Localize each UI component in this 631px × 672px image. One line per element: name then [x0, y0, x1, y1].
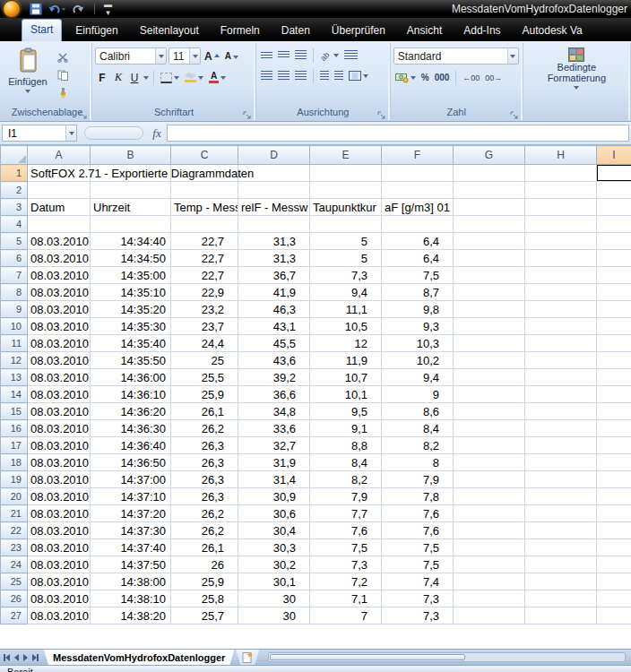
sheet-nav-prev-button[interactable]	[14, 654, 19, 661]
cell[interactable]	[525, 539, 597, 556]
decrease-decimal-button[interactable]: 00→	[483, 70, 504, 85]
cell[interactable]	[171, 182, 238, 199]
cell[interactable]	[382, 182, 454, 199]
cell[interactable]	[454, 539, 525, 556]
cell[interactable]: 7,4	[382, 573, 454, 590]
cell[interactable]: 26,3	[171, 437, 238, 454]
percent-button[interactable]: %	[419, 70, 431, 85]
cell[interactable]: 14:35:20	[91, 301, 171, 318]
font-size-select[interactable]: 11	[169, 47, 201, 65]
cell[interactable]	[597, 590, 631, 607]
increase-indent-button[interactable]	[333, 68, 345, 83]
cell[interactable]: 7,9	[382, 471, 454, 488]
cell[interactable]	[454, 199, 525, 216]
cell[interactable]	[454, 556, 525, 573]
cell[interactable]: 14:34:50	[91, 250, 171, 267]
column-header-H[interactable]: H	[525, 146, 597, 165]
cell[interactable]: 5	[310, 233, 382, 250]
cell[interactable]: 26,2	[171, 522, 238, 539]
ribbon-tab-überprüfen[interactable]: Überprüfen	[324, 21, 393, 41]
cell[interactable]: 22,7	[171, 250, 238, 267]
row-header-10[interactable]: 10	[1, 318, 28, 335]
column-header-B[interactable]: B	[91, 146, 171, 165]
ribbon-tab-start[interactable]: Start	[22, 19, 62, 41]
cell[interactable]	[525, 505, 597, 522]
cell[interactable]: 26,3	[171, 471, 238, 488]
align-center-button[interactable]	[276, 68, 291, 83]
cell[interactable]: 14:35:00	[91, 267, 171, 284]
cell[interactable]: 10,2	[382, 352, 454, 369]
cell[interactable]: 43,1	[238, 318, 310, 335]
select-all-corner[interactable]	[1, 146, 28, 165]
cell[interactable]	[238, 182, 310, 199]
cell[interactable]: 9,4	[382, 369, 454, 386]
cell[interactable]	[171, 216, 238, 233]
borders-button[interactable]	[159, 70, 181, 85]
cell[interactable]: 08.03.2010	[28, 335, 91, 352]
sheet-tab-active[interactable]: MessdatenVomHydrofoxDatenlogger	[44, 650, 234, 665]
cell[interactable]	[310, 216, 382, 233]
cell[interactable]: 30,4	[238, 522, 310, 539]
cell[interactable]	[597, 301, 631, 318]
cell[interactable]: 08.03.2010	[28, 488, 91, 505]
row-header-1[interactable]: 1	[1, 165, 28, 182]
qat-customize-button[interactable]: ▬▾	[104, 2, 112, 16]
horizontal-scrollbar-thumb[interactable]	[270, 654, 465, 660]
cell[interactable]	[525, 488, 597, 505]
cell[interactable]	[525, 369, 597, 386]
cell[interactable]	[597, 505, 631, 522]
cell[interactable]: 8,8	[310, 437, 382, 454]
cell[interactable]	[597, 284, 631, 301]
cell[interactable]: 11,1	[310, 301, 382, 318]
cell[interactable]	[525, 250, 597, 267]
cell[interactable]: 9,3	[382, 318, 454, 335]
cell[interactable]: 25,9	[171, 573, 238, 590]
font-name-select[interactable]: Calibri	[95, 47, 167, 65]
cell[interactable]	[454, 352, 525, 369]
cell[interactable]	[525, 199, 597, 216]
cell[interactable]: 8,4	[310, 454, 382, 471]
undo-button[interactable]	[48, 2, 65, 16]
cell[interactable]	[525, 556, 597, 573]
cell[interactable]: 6,4	[382, 250, 454, 267]
cell[interactable]: 14:37:40	[91, 539, 171, 556]
cell[interactable]: 08.03.2010	[28, 556, 91, 573]
cell[interactable]: 7,8	[382, 488, 454, 505]
cell[interactable]: 8,2	[310, 471, 382, 488]
cell[interactable]: 10,7	[310, 369, 382, 386]
align-right-button[interactable]	[293, 68, 308, 83]
cell[interactable]: 14:36:30	[91, 420, 171, 437]
cell[interactable]: 8,4	[382, 420, 454, 437]
cell[interactable]	[597, 318, 631, 335]
cell[interactable]	[454, 335, 525, 352]
cell[interactable]	[597, 199, 631, 216]
cell[interactable]: 26,1	[171, 539, 238, 556]
row-header-11[interactable]: 11	[1, 335, 28, 352]
number-format-select[interactable]: Standard	[393, 47, 519, 65]
decrease-font-button[interactable]: A	[223, 48, 240, 64]
cell[interactable]: 7,5	[382, 556, 454, 573]
cell[interactable]: 08.03.2010	[28, 301, 91, 318]
cell[interactable]: 14:36:00	[91, 369, 171, 386]
cell[interactable]: 08.03.2010	[28, 233, 91, 250]
row-header-5[interactable]: 5	[1, 233, 28, 250]
cell[interactable]: 26,2	[171, 505, 238, 522]
row-header-21[interactable]: 21	[1, 505, 28, 522]
cell[interactable]	[525, 420, 597, 437]
cell[interactable]: Datum	[28, 199, 91, 216]
cell[interactable]	[597, 267, 631, 284]
cell[interactable]	[454, 437, 525, 454]
cell[interactable]	[597, 607, 631, 625]
decrease-indent-button[interactable]	[318, 68, 331, 83]
cell[interactable]	[454, 522, 525, 539]
cell[interactable]	[525, 573, 597, 590]
cell[interactable]: 08.03.2010	[28, 267, 91, 284]
cell[interactable]	[382, 165, 454, 182]
cell[interactable]	[525, 267, 597, 284]
column-header-E[interactable]: E	[310, 146, 382, 165]
cell[interactable]: 30,6	[238, 505, 310, 522]
cell[interactable]: 25,7	[171, 607, 238, 625]
cell[interactable]	[525, 607, 597, 625]
cell[interactable]: 41,9	[238, 284, 310, 301]
office-button[interactable]	[3, 0, 21, 18]
